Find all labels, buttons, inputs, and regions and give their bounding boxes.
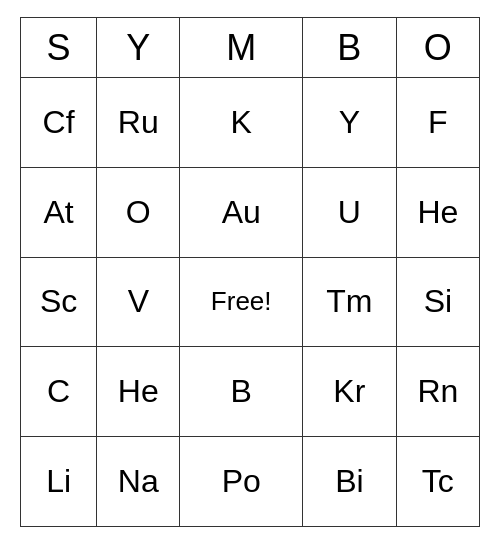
- table-cell: Tc: [396, 437, 479, 527]
- table-cell: Cf: [21, 78, 97, 168]
- table-cell: Si: [396, 257, 479, 347]
- table-cell: Free!: [180, 257, 303, 347]
- table-row: CfRuKYF: [21, 78, 480, 168]
- table-cell: K: [180, 78, 303, 168]
- table-cell: O: [97, 167, 180, 257]
- table-cell: At: [21, 167, 97, 257]
- table-cell: Tm: [302, 257, 396, 347]
- table-cell: Li: [21, 437, 97, 527]
- table-cell: Po: [180, 437, 303, 527]
- table-cell: He: [396, 167, 479, 257]
- table-cell: Y: [302, 78, 396, 168]
- table-cell: U: [302, 167, 396, 257]
- table-cell: Ru: [97, 78, 180, 168]
- table-cell: F: [396, 78, 479, 168]
- table-cell: Kr: [302, 347, 396, 437]
- header-cell-s: S: [21, 18, 97, 78]
- header-cell-m: M: [180, 18, 303, 78]
- table-cell: V: [97, 257, 180, 347]
- table-row: AtOAuUHe: [21, 167, 480, 257]
- bingo-card: S Y M B O CfRuKYFAtOAuUHeScVFree!TmSiCHe…: [20, 17, 480, 527]
- header-cell-y: Y: [97, 18, 180, 78]
- table-cell: Au: [180, 167, 303, 257]
- table-row: CHeBKrRn: [21, 347, 480, 437]
- table-cell: Bi: [302, 437, 396, 527]
- bingo-body: CfRuKYFAtOAuUHeScVFree!TmSiCHeBKrRnLiNaP…: [21, 78, 480, 527]
- header-cell-o: O: [396, 18, 479, 78]
- table-cell: Rn: [396, 347, 479, 437]
- table-cell: Na: [97, 437, 180, 527]
- bingo-table: S Y M B O CfRuKYFAtOAuUHeScVFree!TmSiCHe…: [20, 17, 480, 527]
- table-row: ScVFree!TmSi: [21, 257, 480, 347]
- table-row: LiNaPoBiTc: [21, 437, 480, 527]
- header-row: S Y M B O: [21, 18, 480, 78]
- table-cell: He: [97, 347, 180, 437]
- table-cell: B: [180, 347, 303, 437]
- table-cell: Sc: [21, 257, 97, 347]
- header-cell-b: B: [302, 18, 396, 78]
- table-cell: C: [21, 347, 97, 437]
